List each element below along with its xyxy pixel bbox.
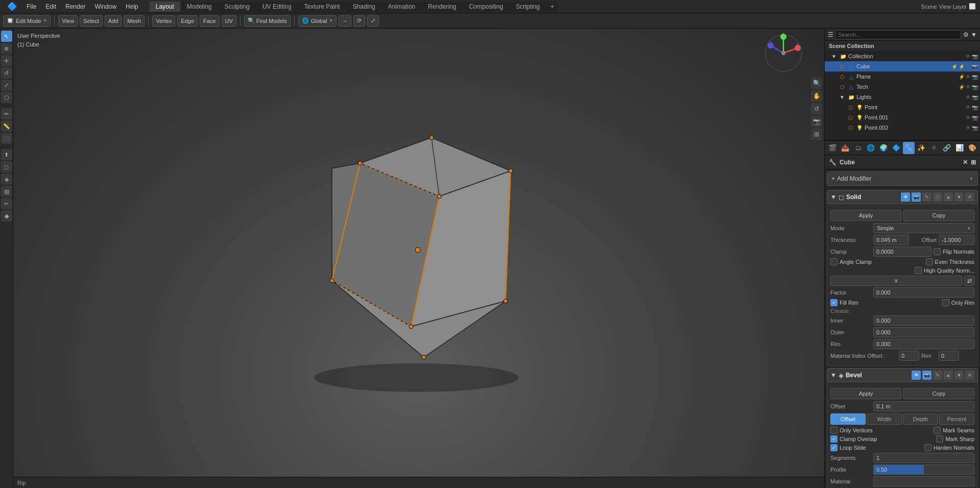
app-icon[interactable]: 🔷 <box>3 1 21 12</box>
solidify-mode-dropdown[interactable]: Simple ▼ <box>873 223 974 233</box>
menu-edit[interactable]: Edit <box>41 2 60 11</box>
bevel-loop-slide-checkbox[interactable]: ✓ <box>830 444 838 451</box>
solidify-down-icon[interactable]: ▼ <box>954 192 964 202</box>
bevel-tab-offset[interactable]: Offset <box>830 413 866 425</box>
plane-modifier-icon[interactable]: ⚡ <box>959 74 965 80</box>
outliner-filter-icon[interactable]: ☰ <box>828 31 833 38</box>
mode-dropdown[interactable]: 🔲 Edit Mode ▼ <box>3 15 51 27</box>
plane-visibility-icon[interactable]: 👁 <box>966 74 971 80</box>
prop-tab-view-layer[interactable]: 🗂 <box>852 142 864 154</box>
properties-options-icon[interactable]: ⊞ <box>971 159 976 166</box>
edge-btn[interactable]: Edge <box>177 15 198 27</box>
prop-tab-world[interactable]: 🌍 <box>877 142 889 154</box>
rotate-tool-btn[interactable]: ↺ <box>1 67 12 79</box>
boundary-swap-icon[interactable]: ⇄ <box>964 276 974 286</box>
loop-cut-btn[interactable]: ▤ <box>1 186 12 197</box>
solidify-realtime-icon[interactable]: 👁 <box>901 192 910 202</box>
outliner-item-plane[interactable]: ⬡ △ Plane ⚡ 👁 📷 <box>825 71 980 82</box>
tab-add[interactable]: + <box>546 2 558 12</box>
bevel-copy-btn[interactable]: Copy <box>903 388 974 399</box>
solidify-hq-checkbox[interactable] <box>915 267 922 274</box>
outliner-search-input[interactable] <box>835 30 961 39</box>
tech-render-icon[interactable]: 📷 <box>972 84 978 90</box>
add-modifier-btn[interactable]: + Add Modifier ▼ <box>827 172 978 186</box>
menu-file[interactable]: File <box>22 2 40 11</box>
3d-viewport[interactable]: User Perspective (1) Cube X Y Z <box>13 29 824 488</box>
menu-render[interactable]: Render <box>61 2 89 11</box>
solidify-collapse-icon[interactable]: ▼ <box>830 193 836 201</box>
bevel-down-icon[interactable]: ▼ <box>954 371 964 380</box>
bevel-close-icon[interactable]: ✕ <box>965 371 974 380</box>
bevel-render-icon[interactable]: 📷 <box>922 371 931 380</box>
uv-btn[interactable]: UV <box>222 15 236 27</box>
prop-tab-constraints[interactable]: 🔗 <box>941 142 952 154</box>
solidify-copy-btn[interactable]: Copy <box>903 210 974 221</box>
tab-animation[interactable]: Animation <box>382 2 421 12</box>
cube-render-icon[interactable]: 📷 <box>972 64 978 69</box>
transform-btn-2[interactable]: ⟳ <box>353 15 365 27</box>
measure-tool-btn[interactable]: 📏 <box>1 120 12 132</box>
outliner-item-tech[interactable]: ⬡ △ Tech ⚡ 👁 📷 <box>825 82 980 92</box>
point001-visibility-icon[interactable]: 👁 <box>966 115 971 120</box>
prop-tab-data[interactable]: 📊 <box>953 142 965 154</box>
prop-tab-material[interactable]: 🎨 <box>966 142 978 154</box>
view-btn[interactable]: View <box>58 15 78 27</box>
cube-modifier-icon[interactable]: ⚡ <box>951 64 958 69</box>
bevel-only-vertices-checkbox[interactable] <box>830 427 838 434</box>
outliner-item-point002[interactable]: ⬡ 💡 Point.002 👁 📷 <box>825 123 980 133</box>
outliner-item-point[interactable]: ⬡ 💡 Point 👁 📷 <box>825 102 980 112</box>
bevel-segments-value[interactable]: 1 <box>873 453 974 463</box>
camera-icon[interactable]: 📷 <box>811 116 822 127</box>
solidify-close-icon[interactable]: ✕ <box>965 192 974 202</box>
vertex-btn[interactable]: Vertex <box>152 15 175 27</box>
bevel-collapse-icon[interactable]: ▼ <box>830 372 836 379</box>
collection-render-icon[interactable]: 📷 <box>972 54 978 59</box>
grid-icon[interactable]: ⊞ <box>811 129 822 140</box>
polypen-btn[interactable]: ◆ <box>1 210 12 222</box>
global-dropdown[interactable]: 🌐 Global ▼ <box>298 15 337 27</box>
find-models-btn[interactable]: 🔍 Find Models <box>244 15 291 27</box>
bevel-up-icon[interactable]: ▲ <box>944 371 953 380</box>
solidify-factor-value[interactable]: 0.000 <box>873 287 974 298</box>
tab-scripting[interactable]: Scripting <box>510 2 546 12</box>
select-tool-btn[interactable]: ↖ <box>1 31 12 42</box>
bevel-mark-seams-checkbox[interactable] <box>934 427 941 434</box>
tab-modeling[interactable]: Modeling <box>181 2 218 12</box>
mesh-btn[interactable]: Mesh <box>124 15 145 27</box>
outliner-item-collection[interactable]: ▼ 📁 Collection 👁 📷 <box>825 51 980 61</box>
bevel-material-value[interactable] <box>873 476 974 486</box>
bevel-tab-depth[interactable]: Depth <box>903 413 938 425</box>
tab-uv-editing[interactable]: UV Editing <box>256 2 298 12</box>
solidify-only-rim-checkbox[interactable] <box>942 299 949 306</box>
solidify-outer-value[interactable]: 0.000 <box>873 327 974 337</box>
bevel-apply-btn[interactable]: Apply <box>830 388 901 399</box>
prop-tab-object[interactable]: 🔷 <box>890 142 902 154</box>
tech-modifier-icon[interactable]: ⚡ <box>959 84 965 90</box>
add-btn[interactable]: Add <box>105 15 122 27</box>
solidify-clamp-value[interactable]: 0.0000 <box>873 247 931 257</box>
prop-tab-scene[interactable]: 🌐 <box>865 142 876 154</box>
scale-tool-btn[interactable]: ⤢ <box>1 80 12 91</box>
lights-visibility-icon[interactable]: 👁 <box>966 94 971 100</box>
solidify-offset-value[interactable]: -1.0000 <box>939 235 974 245</box>
inset-tool-btn[interactable]: ◻ <box>1 161 12 173</box>
lights-render-icon[interactable]: 📷 <box>972 94 978 100</box>
prop-tab-render[interactable]: 🎬 <box>827 142 839 154</box>
outliner-item-cube[interactable]: ⬡ △ Cube ⚡ ⚡ 👁 📷 <box>825 61 980 71</box>
solidify-cage-icon[interactable]: ⬡ <box>933 192 942 202</box>
bevel-edit-icon[interactable]: ✎ <box>933 371 942 380</box>
solidify-thickness-value[interactable]: 0.045 m <box>873 235 909 245</box>
tech-visibility-icon[interactable]: 👁 <box>966 84 971 90</box>
tab-sculpting[interactable]: Sculpting <box>219 2 256 12</box>
solidify-rim-index-value[interactable]: 0 <box>939 351 959 361</box>
point-visibility-icon[interactable]: 👁 <box>966 105 971 110</box>
cube-modifier2-icon[interactable]: ⚡ <box>959 64 965 69</box>
properties-close-icon[interactable]: ✕ <box>963 159 968 166</box>
bevel-tool-btn[interactable]: ◈ <box>1 174 12 185</box>
tab-shading[interactable]: Shading <box>347 2 381 12</box>
rotate-view-icon[interactable]: ↺ <box>811 103 822 114</box>
solidify-angle-clamp-checkbox[interactable] <box>830 258 838 265</box>
cursor-tool-btn[interactable]: ⊕ <box>1 43 12 54</box>
transform-btn-1[interactable]: ↔ <box>339 15 351 27</box>
outliner-item-lights[interactable]: ▼ 📁 Lights 👁 📷 <box>825 92 980 102</box>
